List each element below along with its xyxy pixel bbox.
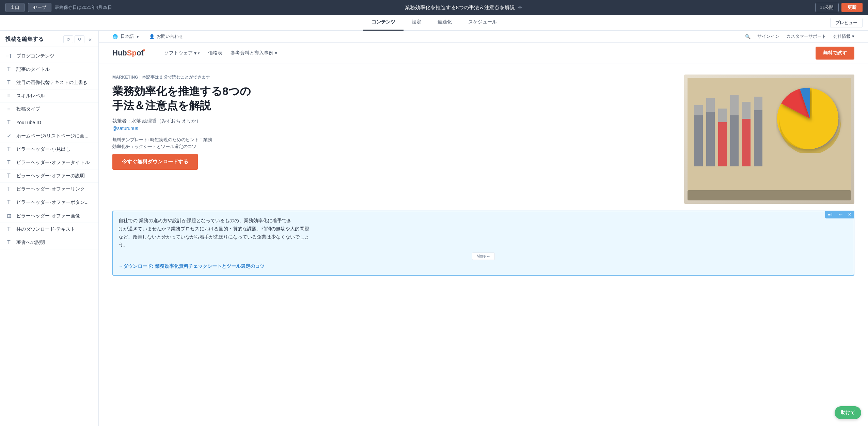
blog-body-text: 自社での 業務の進め方や設計が課題となっているものの、業務効率化に着手でき けが… [119,217,848,249]
sidebar-item-pillar-offer-btn[interactable]: T ピラーヘッダー-オファーボタン... [0,196,98,209]
blog-body-download-link[interactable]: →ダウンロード: 業務効率化無料チェックシートとツール選定のコツ [119,263,848,269]
toolbar-text-btn[interactable]: ≡T [825,211,836,218]
site-header-language[interactable]: 🌐 日本語 ▾ [112,33,139,39]
language-chevron-icon: ▾ [137,34,139,39]
blog-author: 執筆者：水落 絵理香（みずおち えりか） [112,118,674,124]
tab-settings[interactable]: 設定 [404,15,429,31]
blog-layout: MARKETING | 本記事は 2 分で読むことができます 業務効率化を推進す… [99,64,868,211]
blog-cta-text: 無料テンプレート: 時短実現のためのヒント！業務 効率化チェックシートとツール選… [112,136,674,150]
sidebar-item-pillar-offer-link[interactable]: T ピラーヘッダー-オファーリンク [0,183,98,196]
resources-chevron-icon: ▾ [275,50,277,56]
nav-link-pricing[interactable]: 価格表 [208,50,222,56]
text-icon: T [5,240,12,246]
sidebar-item-homepage-list[interactable]: ✓ ホームページ/リストページに画... [0,129,98,143]
sidebar-item-pillar-subheading[interactable]: T ピラーヘッダー-小見出し [0,143,98,156]
sidebar-item-label: スキルレベル [16,93,45,99]
blog-body-more: More ··· [119,252,848,260]
help-button[interactable]: 助けて [835,406,861,419]
signin-link[interactable]: サインイン [757,33,779,39]
text-icon: T [5,160,12,166]
svg-rect-10 [742,119,751,166]
sidebar-item-post-type[interactable]: ≡ 投稿タイプ [0,103,98,116]
redo-button[interactable]: ↻ [75,35,84,43]
sidebar-item-label: ピラーヘッダー-小見出し [16,146,70,152]
site-header-top-right: 🔍 サインイン カスタマーサポート 会社情報 ▾ [745,33,854,39]
sidebar-item-youtube-id[interactable]: T YouTube ID [0,116,98,129]
toolbar-close-btn[interactable]: ✕ [845,211,854,218]
edit-title-icon[interactable]: ✏ [518,5,522,10]
customer-support-link[interactable]: カスタマーサポート [786,33,826,39]
site-header-top: 🌐 日本語 ▾ 👤 お問い合わせ 🔍 サインイン カスタマーサポート 会社情報 … [99,31,868,43]
top-bar-right: 非公開 更新 [815,3,863,12]
exit-button[interactable]: 出口 [5,3,25,12]
text-icon: T [5,66,12,72]
blog-main: MARKETING | 本記事は 2 分で読むことができます 業務効率化を推進す… [112,75,674,170]
svg-rect-4 [706,112,715,166]
preview-frame: 🌐 日本語 ▾ 👤 お問い合わせ 🔍 サインイン カスタマーサポート 会社情報 … [99,31,868,426]
blog-author-link[interactable]: @saturunus [112,126,674,131]
main-layout: 投稿を編集する ↺ ↻ « ≡T ブログコンテンツ T 記事のタイトル T 注目… [0,31,868,426]
sidebar-collapse-button[interactable]: « [87,36,93,43]
company-info-link[interactable]: 会社情報 ▾ [833,33,854,39]
nav-link-resources[interactable]: 参考資料と導入事例 ▾ [231,50,277,56]
sidebar-item-label: 投稿タイプ [16,106,40,112]
sidebar-item-label: ピラーヘッダー-オファーボタン... [16,199,89,206]
blog-featured-image [684,75,854,204]
contact-link[interactable]: 👤 お問い合わせ [149,33,183,39]
list-icon: ≡ [5,93,12,99]
unpublish-button[interactable]: 非公開 [815,3,839,12]
sidebar-item-article-title[interactable]: T 記事のタイトル [0,63,98,76]
last-saved-text: 最終保存日は2021年4月29日 [55,4,112,11]
svg-rect-6 [718,122,727,166]
sidebar-item-label: 著者への説明 [16,240,45,246]
text-icon: T [5,186,12,192]
undo-button[interactable]: ↺ [63,35,73,43]
toolbar-edit-btn[interactable]: ✏ [836,211,845,218]
text-icon: T [5,80,12,86]
company-chevron-icon: ▾ [852,34,854,39]
sidebar-item-label: 記事のタイトル [16,66,50,72]
pie-chart-svg [776,85,844,153]
sidebar-item-label: 注目の画像代替テキストの上書き [16,80,88,86]
sidebar-item-pillar-download-text[interactable]: T 柱のダウンロード-テキスト [0,223,98,236]
tablet-bottom [688,190,851,200]
sidebar-item-pillar-offer-image[interactable]: ⊞ ピラーヘッダー-オファー画像 [0,209,98,223]
hubspot-logo[interactable]: HubSpot [112,49,144,58]
tab-optimize[interactable]: 最適化 [429,15,460,31]
sidebar-item-label: ピラーヘッダー-オファータイトル [16,160,90,166]
sidebar-item-blog-content[interactable]: ≡T ブログコンテンツ [0,50,98,63]
sidebar-header: 投稿を編集する ↺ ↻ « [0,31,98,47]
text-icon: T [5,226,12,232]
sidebar-item-pillar-offer-desc[interactable]: T ピラーヘッダー-オファーの説明 [0,169,98,183]
blog-download-button[interactable]: 今すぐ無料ダウンロードする [112,154,198,170]
update-button[interactable]: 更新 [841,3,863,12]
sidebar-item-image-alt[interactable]: T 注目の画像代替テキストの上書き [0,76,98,89]
sidebar: 投稿を編集する ↺ ↻ « ≡T ブログコンテンツ T 記事のタイトル T 注目… [0,31,99,426]
sidebar-title: 投稿を編集する [5,36,44,43]
text-icon: T [5,119,12,126]
svg-rect-8 [730,115,739,166]
sidebar-item-pillar-offer-title[interactable]: T ピラーヘッダー-オファータイトル [0,156,98,169]
sidebar-item-skill-level[interactable]: ≡ スキルレベル [0,89,98,103]
save-button[interactable]: セーブ [28,3,51,12]
svg-rect-12 [754,110,762,166]
blog-body-section[interactable]: ≡T ✏ ✕ 自社での 業務の進め方や設計が課題となっているものの、業務効率化に… [112,211,854,276]
more-button[interactable]: More ··· [472,252,495,260]
top-bar: 出口 セーブ 最終保存日は2021年4月29日 業務効率化を推進する8つの手法＆… [0,0,868,15]
tab-content[interactable]: コンテンツ [363,15,404,31]
page-title: 業務効率化を推進する8つの手法＆注意点を解説 ✏ [115,4,812,11]
site-nav-links: ソフトウェア ▾ 価格表 参考資料と導入事例 ▾ [164,50,277,56]
site-nav-cta-button[interactable]: 無料で試す [816,47,854,60]
sidebar-item-label: 柱のダウンロード-テキスト [16,226,75,232]
globe-icon: 🌐 [112,34,118,39]
list-icon: ≡ [5,106,12,112]
sidebar-item-author-desc[interactable]: T 著者への説明 [0,236,98,249]
search-icon[interactable]: 🔍 [745,34,751,39]
sidebar-item-label: ピラーヘッダー-オファー画像 [16,213,80,219]
tab-schedule[interactable]: スケジュール [460,15,505,31]
blog-content-icon: ≡T [5,53,12,59]
nav-tabs: コンテンツ 設定 最適化 スケジュール プレビュー [0,15,868,31]
nav-link-software[interactable]: ソフトウェア ▾ [164,50,200,56]
blog-meta: MARKETING | 本記事は 2 分で読むことができます [112,75,674,80]
preview-button[interactable]: プレビュー [830,18,863,28]
